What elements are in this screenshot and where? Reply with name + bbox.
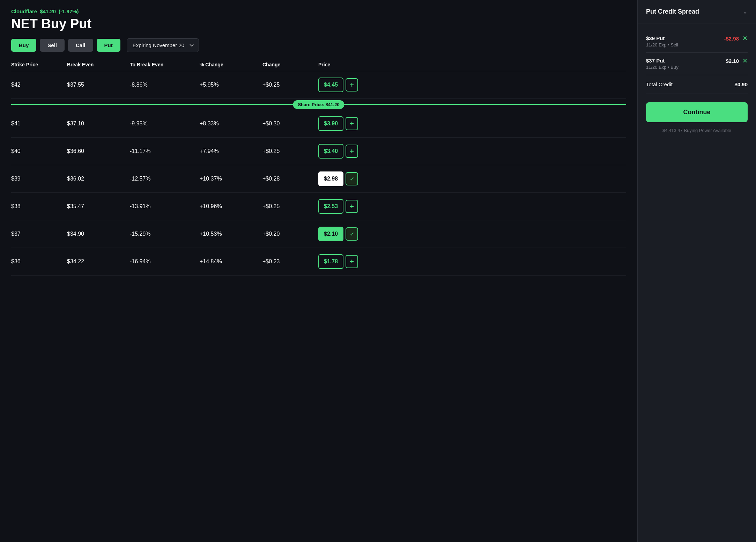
strike-40: $40 (11, 148, 67, 154)
strike-37: $37 (11, 231, 67, 237)
remove-btn-39[interactable]: ✕ (742, 35, 748, 42)
pct-42: +5.95% (200, 82, 262, 88)
total-credit-row: Total Credit $0.90 (646, 75, 748, 94)
tbe-41: -9.95% (130, 120, 200, 127)
ticker-line: Cloudflare $41.20 (-1.97%) (11, 8, 626, 14)
pct-41: +8.33% (200, 120, 262, 127)
price-btn-42[interactable]: $4.45 (318, 78, 343, 92)
chg-40: +$0.25 (262, 148, 318, 154)
spread-item-37: $37 Put 11/20 Exp • Buy $2.10 ✕ (646, 53, 748, 75)
table-row: $42 $37.55 -8.86% +5.95% +$0.25 $4.45 + (11, 71, 626, 99)
strike-42: $42 (11, 82, 67, 88)
expiry-select[interactable]: Expiring November 20 (127, 38, 199, 52)
controls-row: Buy Sell Call Put Expiring November 20 (11, 38, 626, 52)
price-cell-40: $3.40 + (318, 144, 381, 159)
tbe-40: -11.17% (130, 148, 200, 154)
tbe-42: -8.86% (130, 82, 200, 88)
be-40: $36.60 (67, 148, 130, 154)
chg-42: +$0.25 (262, 82, 318, 88)
spread-item-37-right: $2.10 ✕ (726, 58, 748, 64)
price-cell-37: $2.10 ✓ (318, 227, 381, 241)
spread-item-37-left: $37 Put 11/20 Exp • Buy (646, 58, 679, 70)
price-cell-36: $1.78 + (318, 254, 381, 269)
table-row-selected: $39 $36.02 -12.57% +10.37% +$0.28 $2.98 … (11, 165, 626, 193)
be-38: $35.47 (67, 203, 130, 210)
table-header: Strike Price Break Even To Break Even % … (11, 62, 626, 71)
spread-sub-37: 11/20 Exp • Buy (646, 65, 679, 70)
table-row: $40 $36.60 -11.17% +7.94% +$0.25 $3.40 + (11, 138, 626, 165)
be-42: $37.55 (67, 82, 130, 88)
page-title: NET Buy Put (11, 16, 626, 31)
header-price: Price (318, 62, 381, 67)
table-row: $36 $34.22 -16.94% +14.84% +$0.23 $1.78 … (11, 248, 626, 276)
call-button[interactable]: Call (68, 39, 93, 52)
ticker-price: $41.20 (40, 8, 56, 14)
header-break-even: Break Even (67, 62, 130, 67)
be-36: $34.22 (67, 258, 130, 265)
be-37: $34.90 (67, 231, 130, 237)
tbe-37: -15.29% (130, 231, 200, 237)
check-btn-37[interactable]: ✓ (346, 227, 358, 241)
chg-41: +$0.30 (262, 120, 318, 127)
price-btn-41[interactable]: $3.90 (318, 116, 343, 131)
header-change: Change (262, 62, 318, 67)
strike-36: $36 (11, 258, 67, 265)
ticker-name: Cloudflare (11, 8, 37, 14)
price-btn-36[interactable]: $1.78 (318, 254, 343, 269)
pct-36: +14.84% (200, 258, 262, 265)
buy-button[interactable]: Buy (11, 39, 36, 52)
tbe-38: -13.91% (130, 203, 200, 210)
price-cell-42: $4.45 + (318, 78, 381, 92)
pct-40: +7.94% (200, 148, 262, 154)
plus-btn-41[interactable]: + (346, 117, 358, 130)
pct-39: +10.37% (200, 176, 262, 182)
strike-41: $41 (11, 120, 67, 127)
spread-label-39: $39 Put (646, 35, 678, 41)
price-btn-38[interactable]: $2.53 (318, 199, 343, 214)
remove-btn-37[interactable]: ✕ (742, 58, 748, 64)
spread-sub-39: 11/20 Exp • Sell (646, 42, 678, 47)
price-cell-39: $2.98 ✓ (318, 171, 381, 186)
header-to-break-even: To Break Even (130, 62, 200, 67)
tbe-36: -16.94% (130, 258, 200, 265)
share-price-line: Share Price: $41.20 (11, 99, 626, 110)
pct-37: +10.53% (200, 231, 262, 237)
header-strike: Strike Price (11, 62, 67, 67)
chg-36: +$0.23 (262, 258, 318, 265)
pct-38: +10.96% (200, 203, 262, 210)
chg-37: +$0.20 (262, 231, 318, 237)
spread-item-39-right: -$2.98 ✕ (724, 35, 748, 42)
plus-btn-38[interactable]: + (346, 200, 358, 213)
header-pct-change: % Change (200, 62, 262, 67)
plus-btn-42[interactable]: + (346, 78, 358, 91)
total-credit-label: Total Credit (646, 81, 673, 87)
right-panel: Put Credit Spread ⌄ $39 Put 11/20 Exp • … (637, 0, 756, 542)
share-price-badge: Share Price: $41.20 (293, 100, 344, 109)
table-row-checked: $37 $34.90 -15.29% +10.53% +$0.20 $2.10 … (11, 220, 626, 248)
strike-38: $38 (11, 203, 67, 210)
tbe-39: -12.57% (130, 176, 200, 182)
continue-button[interactable]: Continue (646, 102, 748, 122)
spread-price-39: -$2.98 (724, 36, 739, 42)
check-btn-39[interactable]: ✓ (346, 172, 358, 185)
panel-body: $39 Put 11/20 Exp • Sell -$2.98 ✕ $37 Pu… (638, 23, 756, 542)
chevron-down-icon[interactable]: ⌄ (742, 8, 748, 15)
chg-38: +$0.25 (262, 203, 318, 210)
plus-btn-36[interactable]: + (346, 255, 358, 268)
price-btn-37[interactable]: $2.10 (318, 227, 343, 241)
price-btn-39[interactable]: $2.98 (318, 171, 343, 186)
plus-btn-40[interactable]: + (346, 145, 358, 158)
ticker-change: (-1.97%) (59, 8, 79, 14)
sell-button[interactable]: Sell (40, 39, 65, 52)
be-41: $37.10 (67, 120, 130, 127)
be-39: $36.02 (67, 176, 130, 182)
put-button[interactable]: Put (97, 39, 120, 52)
spread-item-39: $39 Put 11/20 Exp • Sell -$2.98 ✕ (646, 30, 748, 53)
spread-label-37: $37 Put (646, 58, 679, 64)
spread-item-39-left: $39 Put 11/20 Exp • Sell (646, 35, 678, 47)
price-btn-40[interactable]: $3.40 (318, 144, 343, 159)
spread-price-37: $2.10 (726, 58, 739, 64)
price-cell-41: $3.90 + (318, 116, 381, 131)
total-credit-value: $0.90 (734, 81, 748, 87)
strike-39: $39 (11, 176, 67, 182)
